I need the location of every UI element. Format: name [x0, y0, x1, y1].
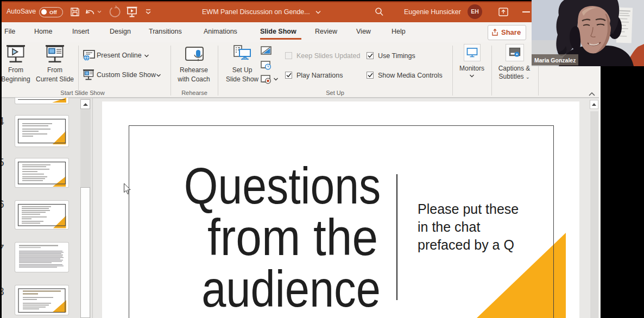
svg-text:Maria Gonzalez: Maria Gonzalez: [534, 57, 576, 63]
